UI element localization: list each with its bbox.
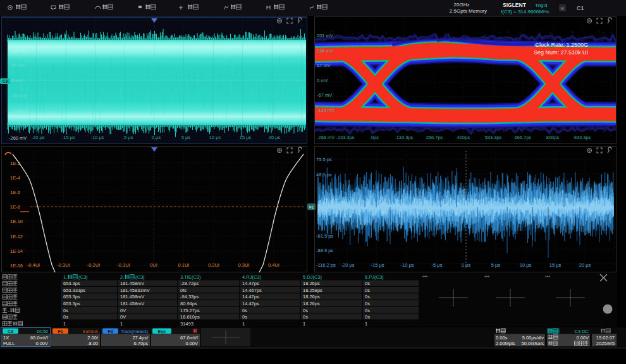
svg-text:5 μs: 5 μs [491,262,501,268]
svg-text:0s: 0s [365,294,370,300]
svg-text:0s: 0s [63,314,68,320]
svg-text:134 mV: 134 mV [317,48,333,54]
svg-text:653.3ps: 653.3ps [63,301,80,306]
svg-text:18.258ps: 18.258ps [303,288,322,293]
svg-text:F3: F3 [107,329,113,334]
svg-text:0.00V: 0.00V [185,341,198,346]
svg-text:-10 μs: -10 μs [91,135,104,140]
svg-text:-15 μs: -15 μs [371,262,384,268]
svg-text:18.26ps: 18.26ps [303,294,320,300]
svg-text:0fs: 0fs [180,288,187,293]
svg-text:-0.3UI: -0.3UI [57,262,70,268]
svg-text:-20 μs: -20 μs [32,135,45,140]
svg-text:1E-16: 1E-16 [10,263,23,269]
svg-text:C3: C3 [3,79,8,83]
svg-text:-65 mV: -65 mV [11,93,27,99]
svg-text:18.26ps: 18.26ps [303,281,320,286]
svg-text:80.94ps: 80.94ps [180,301,197,306]
svg-text:67.0mV/: 67.0mV/ [180,335,199,341]
svg-text:27.4ps/: 27.4ps/ [132,335,149,341]
svg-text:0.00s: 0.00s [496,335,508,341]
svg-text:10 μs: 10 μs [520,262,532,268]
svg-text:2.: 2. [120,274,124,280]
svg-text:B: B [561,6,564,11]
svg-text:130 mV: 130 mV [11,48,28,54]
svg-text:0s: 0s [242,308,247,313]
svg-text:75.5 ps: 75.5 ps [316,157,332,162]
svg-text:15 μs: 15 μs [240,135,252,140]
svg-text:0 μs: 0 μs [462,262,471,268]
svg-text:0ps: 0ps [371,135,379,140]
svg-text:***: *** [422,275,427,279]
svg-text:201 mV: 201 mV [317,33,333,39]
svg-text:181.458mV: 181.458mV [120,301,144,306]
svg-text:-268 mV: -268 mV [317,135,334,140]
svg-text:5.DJ(C3): 5.DJ(C3) [303,274,322,280]
svg-text:1E-10: 1E-10 [10,219,23,224]
svg-text:***: *** [484,275,489,279]
svg-text:0.4UI: 0.4UI [268,262,279,268]
svg-text:-28.72ps: -28.72ps [180,281,199,286]
svg-text:C1: C1 [577,5,584,11]
svg-text:14.47ps: 14.47ps [242,301,259,306]
svg-text:-15 μs: -15 μs [62,135,75,140]
svg-text:1: 1 [365,321,367,327]
svg-text:Track(meas3): Track(meas3) [121,329,148,334]
svg-text:1: 1 [120,321,123,327]
svg-text:0.3UI: 0.3UI [238,262,250,268]
svg-text:1E-14: 1E-14 [10,248,23,254]
svg-text:-260 mV: -260 mV [9,135,27,141]
svg-text:20 μs: 20 μs [269,135,281,140]
svg-text:653.333ps: 653.333ps [63,288,85,293]
svg-text:0.00V: 0.00V [576,335,589,341]
svg-text:(C3): (C3) [135,274,145,280]
svg-text:0s: 0s [63,308,68,313]
svg-text:F1: F1 [58,329,63,334]
svg-text:653.3ps: 653.3ps [63,281,80,286]
svg-text:666.7ps: 666.7ps [515,135,532,140]
svg-text:0.2UI: 0.2UI [208,262,219,268]
svg-text:-134 mV: -134 mV [317,107,334,113]
svg-text:SIGLENT: SIGLENT [503,2,527,8]
svg-text:1E-4: 1E-4 [10,175,20,181]
svg-text:Clock Rate: 1.2500G: Clock Rate: 1.2500G [535,42,588,48]
svg-text:181.458mV: 181.458mV [120,294,144,300]
svg-text:0s: 0s [365,288,370,293]
svg-text:6.70ps: 6.70ps [133,341,148,346]
svg-text:4.RJ(C3): 4.RJ(C3) [242,274,262,280]
svg-text:933.3ps: 933.3ps [574,135,591,140]
svg-text:3.TIE(C3): 3.TIE(C3) [180,274,201,280]
svg-text:-0.1UI: -0.1UI [117,262,130,268]
svg-text:10 μs: 10 μs [209,135,221,140]
svg-text:0s: 0s [365,308,370,313]
svg-text:-94.33ps: -94.33ps [180,294,199,300]
svg-text:2025/9/5: 2025/9/5 [596,341,615,346]
svg-text:0V: 0V [120,308,126,313]
svg-text:0s: 0s [303,314,308,320]
svg-text:Seg Num: 27.510k UI: Seg Num: 27.510k UI [534,49,588,56]
svg-text:14.47ps: 14.47ps [242,294,259,300]
svg-text:800ps: 800ps [546,135,560,140]
svg-text:1E-8: 1E-8 [10,204,20,210]
svg-text:0 mV: 0 mV [11,78,23,83]
svg-text:0.1UI: 0.1UI [178,262,190,268]
svg-text:0s: 0s [365,301,370,306]
svg-text:67 mV: 67 mV [317,63,331,68]
svg-text:5 μs: 5 μs [181,135,191,140]
svg-text:(C3): (C3) [78,274,88,280]
svg-text:-5 μs: -5 μs [123,135,133,140]
svg-text:F1: F1 [309,205,314,209]
svg-text:48.1 ps: 48.1 ps [316,172,332,178]
svg-text:-133.3ps: -133.3ps [336,135,354,140]
svg-text:16.610ps: 16.610ps [180,314,200,320]
svg-text:533.3ps: 533.3ps [485,135,502,140]
svg-text:-88.9 ps: -88.9 ps [316,248,333,253]
svg-text:0s: 0s [303,308,308,313]
svg-text:Bathtub: Bathtub [83,329,98,334]
svg-text:0.00V: 0.00V [35,341,48,346]
svg-text:2.5Gpts Memory: 2.5Gpts Memory [450,8,487,14]
svg-text:15 μs: 15 μs [549,262,562,268]
svg-text:C3: C3 [8,329,13,334]
svg-text:133.3ps: 133.3ps [396,135,414,140]
svg-text:FULL: FULL [3,341,15,346]
